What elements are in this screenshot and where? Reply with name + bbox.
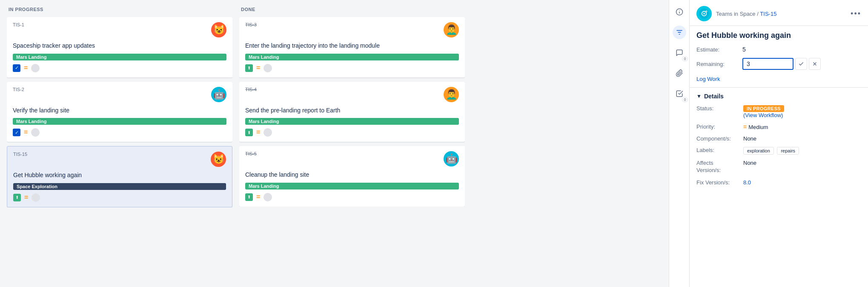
affects-value: None [743,158,861,176]
log-work-link[interactable]: Log Work [690,74,868,86]
priority-equal-icon: = [256,129,260,136]
column-header-in-progress: IN PROGRESS [7,7,232,17]
components-value: None [743,133,861,144]
view-workflow-link[interactable]: (View Workflow) [743,112,783,118]
card-id: TIS-5 [245,151,257,156]
check-icon[interactable]: ✓ [13,64,20,72]
priority-equal-icon: = [24,64,28,72]
project-avatar [696,6,712,21]
status-value: IN PROGRESS (View Workflow) [743,103,861,121]
labels-label: Labels: [696,145,743,155]
card-title: Spaceship tracker app updates [13,42,226,50]
status-circle-icon [264,193,272,201]
breadcrumb: Teams in Space / TIS-15 [716,11,776,17]
status-circle-icon [31,128,40,137]
story-icon[interactable]: ⬆ [245,193,253,201]
card-title: Verify the landing site [13,106,226,115]
comment-count: 0 [682,56,688,61]
status-label: Status: [696,103,743,114]
card-tag[interactable]: Mars Landing [245,54,459,60]
card-avatar: 🤖 [444,151,459,166]
estimate-value: 5 [742,46,746,53]
divider-1 [690,87,868,88]
card-tag[interactable]: Mars Landing [245,118,459,125]
side-icon-bar: 0 0 [669,0,689,287]
estimate-label: Estimate: [696,46,739,53]
priority-equal-icon: = [256,64,260,72]
card-tis-15[interactable]: TIS-15😺Get Hubble working againSpace Exp… [7,146,232,207]
card-tis-5[interactable]: TIS-5🤖Cleanup the landing siteMars Landi… [239,146,465,207]
card-footer: ⬆= [13,193,226,202]
card-avatar: 🤖 [211,87,226,102]
components-label: Component/s: [696,133,743,144]
priority-icon: = [743,123,747,130]
details-chevron[interactable]: ▼ [696,93,702,99]
attachment-icon-btn[interactable] [673,66,686,80]
remaining-input[interactable] [742,58,794,70]
details-section-header: ▼ Details [690,89,868,101]
card-id: TIS-3 [245,22,257,27]
card-tag[interactable]: Space Exploration [13,183,226,190]
card-id: TIS-4 [245,87,257,92]
card-tag[interactable]: Mars Landing [13,54,226,60]
card-id: TIS-15 [13,152,27,157]
status-badge[interactable]: IN PROGRESS [743,105,784,112]
remaining-label: Remaining: [696,61,739,67]
priority-value: = Medium [743,121,861,132]
details-toggle[interactable]: Details [704,93,724,100]
card-title: Cleanup the landing site [245,171,459,179]
cards-list-done: TIS-3👨‍🦱Enter the landing trajectory int… [239,17,465,207]
card-tis-1[interactable]: TIS-1😺Spaceship tracker app updatesMars … [7,17,232,77]
card-header-row: TIS-3👨‍🦱 [245,22,459,37]
details-fields: Status: IN PROGRESS (View Workflow) Prio… [690,101,868,189]
more-options-button[interactable]: ••• [851,9,861,18]
detail-title: Get Hubble working again [690,26,868,42]
status-circle-icon [264,128,272,137]
priority-equal-icon: = [256,193,260,201]
card-title: Send the pre-landing report to Earth [245,106,459,115]
info-icon-btn[interactable] [673,5,686,19]
check-icon[interactable]: ✓ [13,129,20,136]
filter-icon-btn[interactable] [673,26,686,39]
cards-list-in-progress: TIS-1😺Spaceship tracker app updatesMars … [7,17,232,207]
story-icon[interactable]: ⬆ [245,129,253,136]
breadcrumb-project: Teams in Space [716,11,756,17]
detail-panel: Teams in Space / TIS-15 ••• Get Hubble w… [689,0,868,287]
card-avatar: 😺 [211,152,226,167]
story-icon[interactable]: ⬆ [245,64,253,72]
board-area: IN PROGRESSTIS-1😺Spaceship tracker app u… [0,0,669,287]
card-tis-3[interactable]: TIS-3👨‍🦱Enter the landing trajectory int… [239,17,465,77]
card-tag[interactable]: Mars Landing [13,118,226,125]
priority-label: Priority: [696,121,743,132]
comment-icon-btn[interactable]: 0 [673,46,686,60]
story-icon[interactable]: ⬆ [13,194,21,201]
card-id: TIS-1 [13,22,24,27]
svg-point-10 [706,11,707,12]
label-exploration[interactable]: exploration [743,147,774,155]
fix-version-value[interactable]: 8.0 [743,177,861,188]
detail-header: Teams in Space / TIS-15 ••• [690,0,868,26]
checklist-count: 0 [682,97,688,102]
card-tis-4[interactable]: TIS-4👨‍🦱Send the pre-landing report to E… [239,82,465,142]
card-tag[interactable]: Mars Landing [245,183,459,189]
fix-version-label: Fix Version/s: [696,177,743,188]
detail-header-left: Teams in Space / TIS-15 [696,6,776,21]
estimate-section: Estimate: 5 Remaining: [690,42,868,74]
checklist-icon-btn[interactable]: 0 [673,87,686,100]
status-circle-icon [264,64,272,72]
column-in-progress: IN PROGRESSTIS-1😺Spaceship tracker app u… [7,7,232,287]
card-avatar: 👨‍🦱 [444,87,459,102]
estimate-row: Estimate: 5 [696,43,861,55]
label-repairs[interactable]: repairs [777,147,799,155]
card-header-row: TIS-4👨‍🦱 [245,87,459,102]
cancel-button[interactable] [809,58,821,70]
card-title: Enter the landing trajectory into the la… [245,42,459,50]
card-title: Get Hubble working again [13,171,226,180]
card-footer: ✓= [13,64,226,72]
confirm-button[interactable] [795,58,807,70]
status-circle-icon [31,64,40,72]
breadcrumb-issue[interactable]: TIS-15 [760,11,776,17]
card-avatar: 👨‍🦱 [444,22,459,37]
card-tis-2[interactable]: TIS-2🤖Verify the landing siteMars Landin… [7,82,232,142]
priority-text: Medium [748,124,768,130]
